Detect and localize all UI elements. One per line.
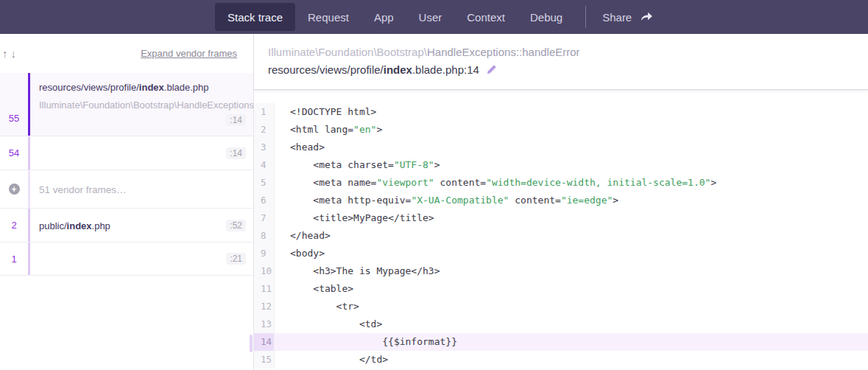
code-line: 5 <meta name="viewport" content="width=d… <box>254 174 868 192</box>
code-line: 1<!DOCTYPE html> <box>254 103 868 121</box>
code-line: 13 <td> <box>254 315 868 333</box>
frame-number: 55 <box>0 73 28 136</box>
frame-number: 54 <box>0 136 28 170</box>
line-number: 12 <box>254 298 275 315</box>
stack-frame-54[interactable]: 54 :14 <box>0 136 253 170</box>
code-text: {{$informat}} <box>275 333 868 351</box>
frame-file-path: public/index.php <box>39 220 110 231</box>
line-number: 15 <box>254 351 275 369</box>
share-icon <box>641 12 653 22</box>
frame-line-badge: :52 <box>226 220 246 231</box>
code-text: <html lang="en"> <box>275 121 868 139</box>
line-number: 1 <box>254 103 275 121</box>
code-line: 14 {{$informat}} <box>254 333 868 351</box>
code-text: <!DOCTYPE html> <box>275 103 868 121</box>
code-line: 4 <meta charset="UTF-8"> <box>254 156 868 174</box>
code-line: 2<html lang="en"> <box>254 121 868 139</box>
code-line: 8</head> <box>254 227 868 245</box>
sidebar-scrollbar-thumb[interactable] <box>250 335 253 352</box>
line-number: 3 <box>254 139 275 156</box>
tab-debug[interactable]: Debug <box>518 3 575 31</box>
line-number: 8 <box>254 227 275 245</box>
arrow-up-icon[interactable]: ↑ <box>2 47 11 60</box>
code-text: <meta charset="UTF-8"> <box>275 156 868 174</box>
code-text: <head> <box>275 139 868 156</box>
frame-number: 2 <box>0 209 28 242</box>
code-line: 3<head> <box>254 139 868 156</box>
frame-line-badge: :14 <box>226 114 246 126</box>
code-text: <td> <box>275 315 868 333</box>
frame-file-path: resources/views/profile/index.blade.php <box>39 82 244 93</box>
frame-line-badge: :14 <box>226 147 246 159</box>
tab-request[interactable]: Request <box>295 3 361 31</box>
code-text: <title>MyPage</title> <box>275 209 868 227</box>
line-number: 14 <box>254 333 275 351</box>
code-text: <h3>The is Mypage</h3> <box>275 262 868 280</box>
frame-method-breadcrumb: Illuminate\Foundation\Bootstrap\HandleEx… <box>268 46 853 58</box>
vendor-frames-row[interactable]: + 51 vendor frames… <box>0 170 253 209</box>
line-number: 10 <box>254 262 275 280</box>
line-number: 7 <box>254 209 275 227</box>
expand-vendor-frames-link[interactable]: Expand vendor frames <box>141 48 237 59</box>
code-text: <table> <box>275 280 868 298</box>
tab-app[interactable]: App <box>361 3 406 31</box>
code-line: 10 <h3>The is Mypage</h3> <box>254 262 868 280</box>
line-number: 9 <box>254 245 275 262</box>
frame-number: 1 <box>0 242 28 275</box>
tab-context[interactable]: Context <box>454 3 518 31</box>
code-line: 9<body> <box>254 245 868 262</box>
line-number: 6 <box>254 192 275 209</box>
code-line: 12 <tr> <box>254 298 868 315</box>
code-line: 15 </td> <box>254 351 868 369</box>
stack-frame-2[interactable]: 2 public/index.php :52 <box>0 209 253 242</box>
nav-divider <box>585 6 586 28</box>
stack-trace-sidebar: ↑↓ Expand vendor frames 55 resources/vie… <box>0 34 254 370</box>
edit-in-editor-icon[interactable] <box>486 64 497 75</box>
code-text: </head> <box>275 227 868 245</box>
code-line: 6 <meta http-equiv="X-UA-Compatible" con… <box>254 192 868 209</box>
frame-nav-arrows[interactable]: ↑↓ <box>2 47 19 60</box>
frame-header: Illuminate\Foundation\Bootstrap\HandleEx… <box>254 34 868 90</box>
code-text: <body> <box>275 245 868 262</box>
line-number: 13 <box>254 315 275 333</box>
tab-stack-trace[interactable]: Stack trace <box>215 3 295 31</box>
code-text: <tr> <box>275 298 868 315</box>
line-number: 11 <box>254 280 275 298</box>
frame-file-breadcrumb: resources/views/profile/index.blade.php:… <box>268 63 853 76</box>
main-panel: Illuminate\Foundation\Bootstrap\HandleEx… <box>254 34 868 370</box>
code-text: </td> <box>275 351 868 369</box>
code-text: <meta http-equiv="X-UA-Compatible" conte… <box>275 192 868 209</box>
sidebar-toolbar: ↑↓ Expand vendor frames <box>0 34 253 73</box>
code-snippet: 1<!DOCTYPE html>2<html lang="en">3<head>… <box>254 90 868 370</box>
stack-frame-55[interactable]: 55 resources/views/profile/index.blade.p… <box>0 73 253 136</box>
code-lines: 1<!DOCTYPE html>2<html lang="en">3<head>… <box>254 103 868 369</box>
top-nav: Stack trace Request App User Context Deb… <box>0 0 868 34</box>
arrow-down-icon[interactable]: ↓ <box>11 47 20 60</box>
expand-plus-icon[interactable]: + <box>9 184 20 195</box>
line-number: 2 <box>254 121 275 139</box>
vendor-frames-label: 51 vendor frames… <box>30 170 253 208</box>
content-area: ↑↓ Expand vendor frames 55 resources/vie… <box>0 34 868 370</box>
code-text: <meta name="viewport" content="width=dev… <box>275 174 868 192</box>
share-label: Share <box>602 11 632 24</box>
line-number: 4 <box>254 156 275 174</box>
code-line: 7 <title>MyPage</title> <box>254 209 868 227</box>
frame-class: Illuminate\Foundation\Bootstrap\HandleEx… <box>39 100 208 112</box>
share-button[interactable]: Share <box>593 11 662 24</box>
line-number: 5 <box>254 174 275 192</box>
stack-frame-1[interactable]: 1 :21 <box>0 242 253 276</box>
tab-user[interactable]: User <box>406 3 455 31</box>
frame-line-badge: :21 <box>226 253 246 265</box>
code-line: 11 <table> <box>254 280 868 298</box>
